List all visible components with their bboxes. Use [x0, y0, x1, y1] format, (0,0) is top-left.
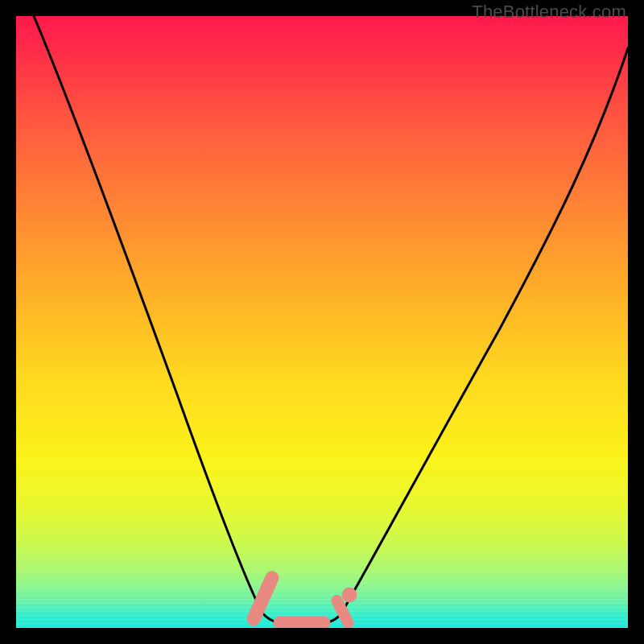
marker-dot — [342, 588, 357, 602]
chart-frame: TheBottleneck.com — [0, 0, 644, 644]
marker-capsule-bottom — [274, 617, 330, 628]
marker-group — [246, 569, 357, 628]
bottleneck-curve — [34, 16, 628, 625]
curve-layer — [16, 16, 628, 628]
plot-area — [16, 16, 628, 628]
attribution-text: TheBottleneck.com — [472, 2, 626, 23]
